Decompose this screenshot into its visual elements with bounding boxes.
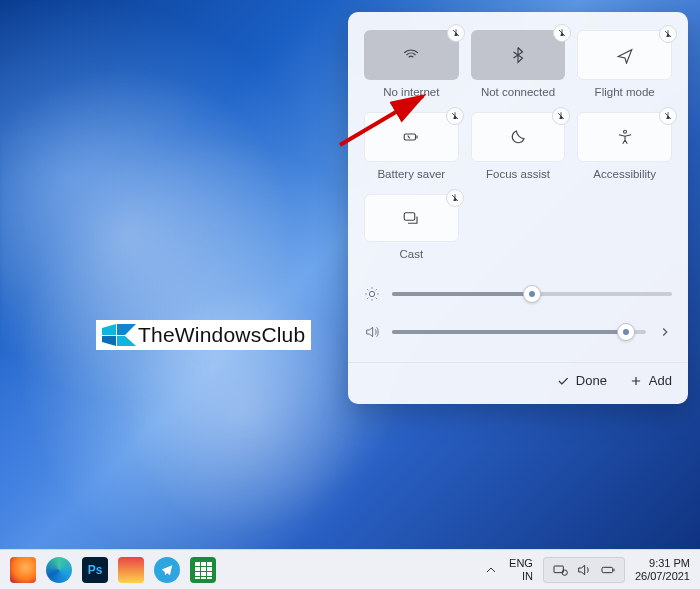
quick-tile-accessibility: Accessibility [577,112,672,180]
unpin-button[interactable] [659,107,677,125]
unpin-button[interactable] [553,24,571,42]
unpin-button[interactable] [447,24,465,42]
moon-icon [509,128,527,146]
taskbar-left: Ps [10,557,216,583]
taskbar-app-photoshop[interactable]: Ps [82,557,108,583]
clock-time: 9:31 PM [649,557,690,570]
brightness-slider-row [364,286,672,302]
volume-thumb[interactable] [617,323,635,341]
done-button[interactable]: Done [556,373,607,388]
brightness-thumb[interactable] [523,285,541,303]
quick-tile-wifi: No internet [364,30,459,98]
focus-assist-tile-label: Focus assist [471,168,566,180]
taskbar: Ps ENG IN 9:31 PM 26/07/2021 [0,549,700,589]
quick-settings-footer: Done Add [348,362,688,394]
wifi-tile-label: No internet [364,86,459,98]
volume-icon [364,324,380,340]
language-indicator[interactable]: ENG IN [509,557,533,582]
taskbar-app-calc[interactable] [190,557,216,583]
cast-icon [402,209,420,227]
unpin-button[interactable] [552,107,570,125]
unpin-button[interactable] [446,107,464,125]
svg-point-3 [369,291,374,296]
svg-point-1 [623,130,626,133]
quick-tile-bluetooth: Not connected [471,30,566,98]
volume-tray-icon [576,562,592,578]
bluetooth-icon [509,46,527,64]
chevron-right-icon[interactable] [658,325,672,339]
add-label: Add [649,373,672,388]
quick-tile-cast: Cast [364,194,459,260]
battery-saver-tile-label: Battery saver [364,168,459,180]
focus-assist-tile-button[interactable] [471,112,566,162]
svg-rect-7 [602,567,613,572]
network-icon [552,562,568,578]
accessibility-tile-label: Accessibility [577,168,672,180]
cast-tile-label: Cast [364,248,459,260]
lang-top: ENG [509,557,533,570]
volume-slider-row [364,324,672,340]
add-button[interactable]: Add [629,373,672,388]
battery-tray-icon [600,562,616,578]
airplane-icon [616,46,634,64]
watermark-text: TheWindowsClub [138,323,305,347]
bluetooth-tile-button[interactable] [471,30,566,80]
unpin-button[interactable] [659,25,677,43]
svg-rect-2 [405,213,416,221]
quick-tile-flight-mode: Flight mode [577,30,672,98]
flight-mode-tile-button[interactable] [577,30,672,80]
windowsclub-logo-icon [102,324,136,346]
wifi-icon [402,46,420,64]
flight-mode-tile-label: Flight mode [577,86,672,98]
brightness-icon [364,286,380,302]
quick-tile-battery-saver: Battery saver [364,112,459,180]
taskbar-app-telegram[interactable] [154,557,180,583]
wifi-tile-button[interactable] [364,30,459,80]
unpin-button[interactable] [446,189,464,207]
cast-tile-button[interactable] [364,194,459,242]
watermark: TheWindowsClub [96,320,311,350]
tray-chevron-up-icon[interactable] [483,562,499,578]
battery-saver-tile-button[interactable] [364,112,459,162]
lang-bottom: IN [522,570,533,583]
taskbar-app-edge[interactable] [46,557,72,583]
bluetooth-tile-label: Not connected [471,86,566,98]
quick-tile-focus-assist: Focus assist [471,112,566,180]
clock-date: 26/07/2021 [635,570,690,583]
brightness-slider[interactable] [392,292,672,296]
svg-rect-0 [405,134,416,140]
check-icon [556,374,570,388]
volume-slider[interactable] [392,330,646,334]
system-tray-group[interactable] [543,557,625,583]
clock[interactable]: 9:31 PM 26/07/2021 [635,557,690,582]
done-label: Done [576,373,607,388]
plus-icon [629,374,643,388]
taskbar-app-firefox[interactable] [10,557,36,583]
taskbar-right: ENG IN 9:31 PM 26/07/2021 [483,557,690,583]
battery-saver-icon [402,128,420,146]
quick-settings-panel: No internet Not connected Flight mode Ba… [348,12,688,404]
accessibility-tile-button[interactable] [577,112,672,162]
taskbar-app-ccleaner[interactable] [118,557,144,583]
accessibility-icon [616,128,634,146]
